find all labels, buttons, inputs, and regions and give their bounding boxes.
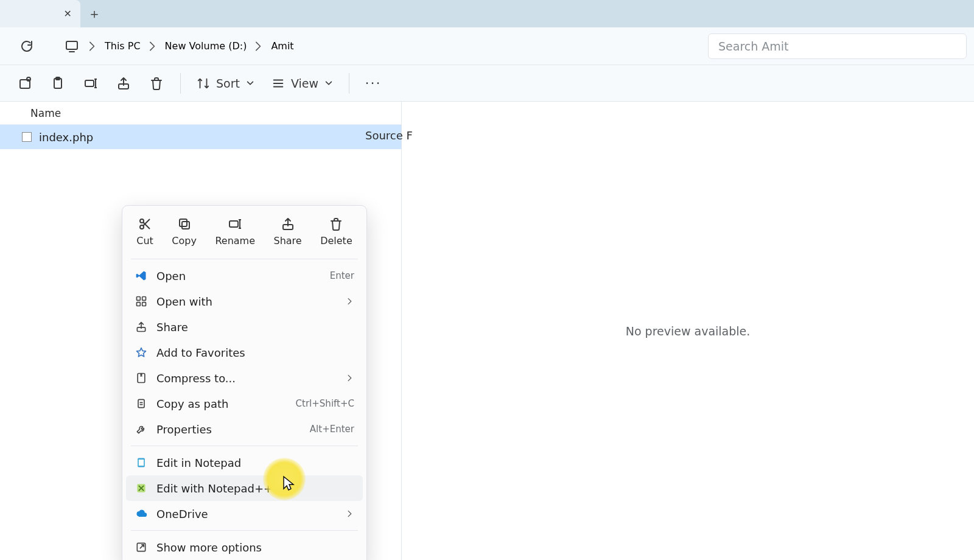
wrench-icon (135, 422, 148, 436)
ctx-copy-path[interactable]: Copy as path Ctrl+Shift+C (126, 391, 363, 416)
zip-icon (135, 371, 148, 385)
svg-rect-21 (139, 460, 144, 466)
ctx-open[interactable]: Open Enter (126, 263, 363, 289)
paste-button[interactable] (43, 70, 73, 97)
view-label: View (291, 77, 318, 90)
toolbar-divider (180, 73, 181, 94)
chevron-right-icon (147, 40, 159, 52)
search-input[interactable]: Search Amit (708, 33, 967, 59)
ctx-separator (131, 259, 358, 259)
notepadpp-icon (135, 481, 148, 495)
external-icon (135, 541, 148, 554)
file-icon (22, 132, 32, 142)
ctx-delete[interactable]: Delete (317, 214, 356, 249)
search-placeholder: Search Amit (718, 40, 789, 53)
ctx-onedrive[interactable]: OneDrive (126, 501, 363, 527)
more-button[interactable]: ··· (358, 70, 388, 97)
sort-label: Sort (216, 77, 240, 90)
column-header-name[interactable]: Name (0, 102, 401, 125)
onedrive-icon (135, 507, 148, 520)
chevron-right-icon (346, 374, 354, 382)
vscode-icon (135, 269, 148, 282)
ctx-share[interactable]: Share (270, 214, 306, 249)
file-row[interactable]: index.php (0, 125, 401, 149)
copy-path-icon (135, 397, 148, 410)
delete-icon (329, 217, 343, 231)
rename-button[interactable] (75, 70, 106, 97)
refresh-button[interactable] (15, 34, 39, 58)
cut-icon (138, 217, 152, 231)
ctx-copy[interactable]: Copy (168, 214, 200, 249)
ctx-open-with[interactable]: Open with (126, 289, 363, 314)
address-row: This PC New Volume (D:) Amit Search Amit (0, 27, 974, 65)
sort-icon (197, 77, 210, 90)
close-icon[interactable]: ✕ (64, 9, 72, 19)
tab-active[interactable]: ✕ (0, 0, 80, 27)
ctx-edit-notepad[interactable]: Edit in Notepad (126, 450, 363, 475)
sort-button[interactable]: Sort (189, 70, 262, 97)
chevron-right-icon (346, 509, 354, 518)
notepad-icon (135, 456, 148, 469)
shortcut: Ctrl+Shift+C (289, 398, 354, 409)
preview-pane: No preview available. (402, 102, 974, 560)
this-pc-icon[interactable] (60, 34, 84, 58)
breadcrumb-item[interactable]: Amit (267, 39, 297, 53)
breadcrumb-item[interactable]: New Volume (D:) (161, 39, 251, 53)
ctx-edit-notepad-plus-plus[interactable]: Edit with Notepad++ (126, 475, 363, 501)
shortcut: Alt+Enter (303, 424, 354, 435)
share-icon (281, 217, 295, 231)
more-icon: ··· (365, 75, 382, 91)
content-area: Name index.php Source F No preview avail… (0, 102, 974, 560)
share-button[interactable] (108, 70, 139, 97)
chevron-down-icon (324, 79, 333, 88)
chevron-right-icon (346, 297, 354, 306)
context-menu-top-row: Cut Copy Rename Share Delete (126, 211, 363, 255)
ctx-add-favorites[interactable]: Add to Favorites (126, 340, 363, 365)
tab-strip: ✕ ＋ (0, 0, 974, 27)
no-preview-text: No preview available. (626, 324, 751, 338)
ctx-show-more-options[interactable]: Show more options (126, 534, 363, 560)
copy-icon (177, 217, 192, 231)
ctx-compress[interactable]: Compress to... (126, 365, 363, 391)
file-type-fragment: Source F (365, 129, 413, 142)
chevron-right-icon (86, 40, 99, 52)
chevron-right-icon (253, 40, 265, 52)
shortcut: Enter (323, 270, 354, 281)
ctx-properties[interactable]: Properties Alt+Enter (126, 416, 363, 442)
breadcrumb-item[interactable]: This PC (101, 39, 144, 53)
delete-button[interactable] (141, 70, 172, 97)
toolbar-divider (349, 73, 349, 94)
ctx-rename[interactable]: Rename (211, 214, 259, 249)
ctx-separator (131, 446, 358, 446)
view-button[interactable]: View (264, 70, 340, 97)
toolbar: Sort View ··· (0, 65, 974, 102)
ctx-share-item[interactable]: Share (126, 314, 363, 340)
star-icon (135, 346, 148, 359)
share-icon (135, 320, 148, 334)
view-icon (272, 77, 285, 90)
new-item-button[interactable] (10, 70, 40, 97)
ctx-separator (131, 530, 358, 531)
apps-icon (135, 295, 148, 308)
new-tab-button[interactable]: ＋ (80, 0, 108, 27)
context-menu: Cut Copy Rename Share Delete Open Enter … (122, 205, 367, 560)
chevron-down-icon (246, 79, 254, 88)
ctx-cut[interactable]: Cut (133, 214, 157, 249)
rename-icon (228, 217, 242, 231)
file-name: index.php (39, 131, 93, 144)
